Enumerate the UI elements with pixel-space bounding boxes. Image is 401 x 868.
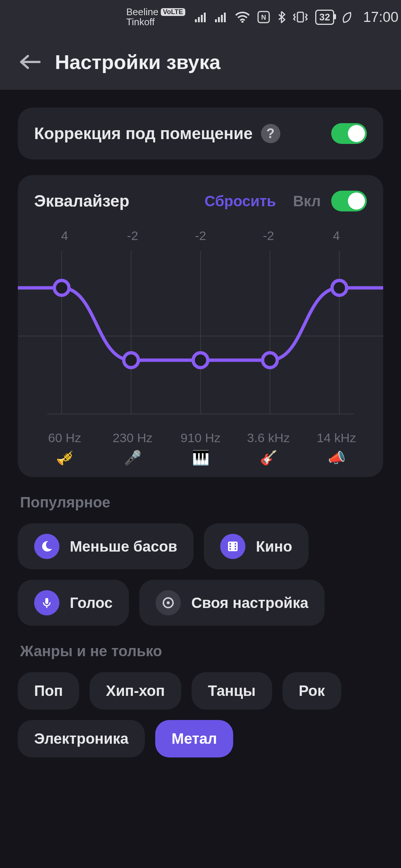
battery-percent: 32 (319, 11, 330, 23)
svg-rect-11 (297, 12, 303, 22)
eq-handle-2[interactable] (193, 353, 208, 368)
svg-rect-21 (229, 546, 231, 547)
chip-label: Кино (256, 538, 292, 555)
eq-band-value-2: -2 (175, 228, 226, 243)
eq-band-values: 4 -2 -2 -2 4 (34, 228, 367, 243)
eq-band-value-3: -2 (242, 228, 294, 243)
volte-badge: VoLTE (161, 8, 185, 16)
status-icons: N 32 17:00 (195, 9, 398, 25)
eq-band-freq-4: 14 kHz (310, 431, 362, 445)
svg-rect-19 (228, 542, 238, 551)
svg-text:N: N (261, 14, 266, 21)
bluetooth-icon (277, 11, 286, 23)
svg-rect-1 (198, 17, 200, 22)
signal-2-icon (215, 12, 228, 22)
genre-chips: Поп Хип-хоп Танцы Рок Электроника Метал (18, 672, 383, 757)
svg-rect-2 (201, 15, 203, 22)
status-bar: Beeline VoLTE Tinkoff N 32 17:00 (0, 0, 401, 34)
equalizer-plot[interactable] (18, 251, 383, 421)
toggle-knob (348, 125, 365, 142)
svg-rect-5 (218, 17, 220, 22)
film-icon (220, 534, 245, 559)
status-time: 17:00 (363, 9, 398, 25)
popular-title: Популярное (18, 493, 383, 512)
piano-icon: 🎹 (175, 450, 226, 466)
eq-band-freq-3: 3.6 kHz (242, 431, 294, 445)
eq-band-value-4: 4 (310, 228, 362, 243)
guitar-icon: 🎸 (242, 450, 294, 466)
equalizer-reset-button[interactable]: Сбросить (205, 193, 276, 210)
chip-genre-pop[interactable]: Поп (18, 672, 79, 710)
svg-rect-24 (235, 546, 236, 547)
svg-point-8 (241, 21, 244, 23)
content: Коррекция под помещение ? Эквалайзер Сбр… (0, 90, 401, 757)
equalizer-on-label: Вкл (293, 193, 321, 210)
chip-label: Рок (299, 683, 325, 699)
genres-title: Жанры и не только (18, 641, 383, 661)
svg-rect-7 (224, 13, 226, 22)
chip-cinema[interactable]: Кино (204, 523, 309, 569)
chip-voice[interactable]: Голос (18, 580, 129, 626)
battery-icon: 32 (315, 10, 334, 25)
chip-genre-hiphop[interactable]: Хип-хоп (89, 672, 181, 710)
eq-band-icons: 🎺 🎤 🎹 🎸 📣 (34, 450, 367, 466)
chip-genre-rock[interactable]: Рок (283, 672, 341, 710)
nfc-icon: N (257, 11, 270, 23)
equalizer-toggle[interactable] (331, 191, 367, 211)
svg-rect-4 (215, 19, 217, 22)
tuba-icon: 🎺 (39, 450, 91, 466)
arrow-left-icon (19, 54, 40, 70)
chip-less-bass[interactable]: Меньше басов (18, 523, 193, 569)
chip-label: Хип-хоп (106, 683, 165, 699)
carrier-1: Beeline (126, 7, 159, 17)
chip-label: Голос (70, 595, 113, 611)
page-title: Настройки звука (55, 50, 221, 73)
svg-rect-20 (229, 543, 231, 545)
eq-band-freqs: 60 Hz 230 Hz 910 Hz 3.6 kHz 14 kHz (34, 431, 367, 445)
moon-icon (34, 534, 59, 559)
svg-rect-26 (45, 598, 48, 604)
chip-label: Электроника (34, 730, 128, 747)
eq-handle-4[interactable] (332, 280, 346, 295)
chip-label: Меньше басов (70, 538, 177, 555)
mic-icon: 🎤 (107, 450, 159, 466)
eq-handle-3[interactable] (263, 353, 277, 368)
help-icon[interactable]: ? (261, 124, 280, 143)
signal-1-icon (195, 12, 208, 22)
svg-rect-25 (235, 548, 236, 550)
svg-rect-23 (235, 543, 236, 545)
disc-icon (156, 590, 181, 615)
chip-genre-dance[interactable]: Танцы (192, 672, 272, 710)
chip-label: Танцы (208, 683, 256, 699)
equalizer-grid: 4 -2 -2 -2 4 (34, 228, 367, 466)
chip-custom[interactable]: Своя настройка (139, 580, 325, 626)
chip-label: Поп (34, 683, 63, 699)
nav-header: Настройки звука (0, 34, 401, 90)
whistle-icon: 📣 (310, 450, 362, 466)
eq-band-value-0: 4 (39, 228, 91, 243)
popular-chips: Меньше басов Кино Голос Своя настройка (18, 523, 383, 626)
chip-label: Своя настройка (191, 595, 308, 611)
eq-band-value-1: -2 (107, 228, 159, 243)
eq-handle-0[interactable] (54, 280, 69, 295)
svg-point-29 (167, 601, 170, 604)
eq-handle-1[interactable] (124, 353, 138, 368)
svg-rect-0 (195, 19, 197, 22)
svg-rect-3 (204, 13, 206, 22)
back-button[interactable] (18, 50, 42, 74)
chip-label: Метал (172, 730, 217, 747)
eq-band-freq-0: 60 Hz (39, 431, 91, 445)
genres-section: Жанры и не только Поп Хип-хоп Танцы Рок … (18, 641, 383, 757)
popular-section: Популярное Меньше басов Кино Голос (18, 493, 383, 626)
room-correction-card: Коррекция под помещение ? (18, 108, 383, 160)
eq-band-freq-1: 230 Hz (107, 431, 159, 445)
room-correction-label: Коррекция под помещение (34, 124, 253, 143)
chip-genre-electronic[interactable]: Электроника (18, 720, 145, 757)
chip-genre-metal[interactable]: Метал (155, 720, 233, 757)
mic-icon (34, 590, 59, 615)
equalizer-card: Эквалайзер Сбросить Вкл 4 -2 -2 -2 4 (18, 175, 383, 477)
svg-rect-6 (221, 15, 223, 22)
room-correction-toggle[interactable] (331, 123, 367, 144)
status-carriers: Beeline VoLTE Tinkoff (126, 7, 185, 27)
toggle-knob (348, 193, 365, 210)
